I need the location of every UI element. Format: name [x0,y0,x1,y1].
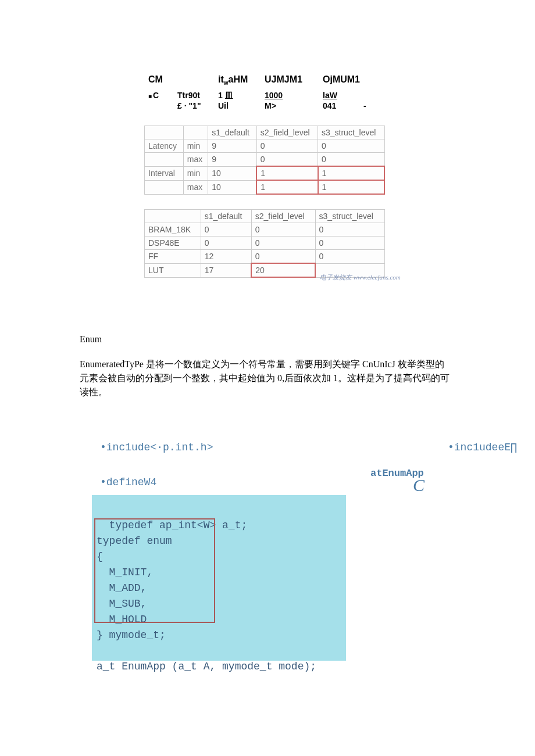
cell-sub: min [183,139,208,153]
cell-highlight: 1 [318,180,385,194]
cell: 0 [315,237,384,250]
cell: 9 [208,139,257,153]
hdr-itw-sub: w [224,80,229,86]
cell-highlight: 1 [256,180,318,194]
table-row: Latency min 9 0 0 [145,139,385,153]
hdr-itw-text: it [218,74,224,84]
table-row: max 10 1 1 [145,180,385,194]
hdr-1m: 1 皿 [218,91,265,101]
code-block: typedef ap_int<W> a_t; typedef enum { M_… [92,495,346,661]
cell: 10 [208,166,257,180]
hdr-law: laW [323,91,337,101]
resource-table: s1_default s2_field_level s3_struct_leve… [144,209,385,278]
hdr-cm: CM [148,74,218,86]
code-block-text: typedef ap_int<W> a_t; typedef enum { M_… [97,519,316,672]
header-row-3: £ · "1" Uil M> 041 - [148,101,393,110]
col-empty [145,210,201,223]
enum-paragraph: EnumeratedTyPe 是将一个数值定义为一个符号常量，需要用到关键字 C… [80,357,452,399]
table-row: DSP48E 0 0 0 [145,237,385,250]
cell: 10 [208,180,257,194]
table-row: BRAM_18K 0 0 0 [145,223,385,237]
cell: 0 [251,237,315,250]
cell-sub: max [183,180,208,194]
cell: 17 [201,263,251,277]
cell: 0 [201,237,251,250]
cell: 0 [318,139,385,153]
hdr-oj: OjMUM1 [323,74,360,86]
table-row: s1_default s2_field_level s3_struct_leve… [145,126,385,139]
cell: 0 [256,153,318,167]
latency-interval-table: s1_default s2_field_level s3_struct_leve… [144,126,385,195]
cell-highlight: 20 [251,263,315,277]
cell-label: LUT [145,263,201,277]
cell: 0 [251,223,315,237]
table-row: Interval min 10 1 1 [145,166,385,180]
hdr-1000: 1000 [265,91,323,101]
cell-sub: min [183,166,208,180]
cell: 0 [318,153,385,167]
col-s2: s2_field_level [251,210,315,223]
hdr-ttr: Ttr90t [177,91,218,101]
code-big-c: C [413,475,425,495]
cell-label: FF [145,250,201,264]
hdr-dash: - [363,101,366,110]
col-s2: s2_field_level [256,126,318,139]
hdr-itw: itwaHM [218,74,265,86]
cell: 0 [315,250,384,264]
table-row: s1_default s2_field_level s3_struct_leve… [145,210,385,223]
table-row: FF 12 0 0 [145,250,385,264]
cell: 0 [201,223,251,237]
col-s1: s1_default [208,126,257,139]
code-define: •defineW4 [100,476,156,488]
cell-label: Interval [145,166,184,180]
cell: 12 [201,250,251,264]
header-block: CM itwaHM UJMJM1 OjMUM1 C Ttr90t 1 皿 100… [148,74,393,110]
cell-label [145,153,184,167]
code-include-2: •inc1udeeE∏ [448,442,517,453]
cell: 0 [315,223,384,237]
hdr-e1: £ · "1" [177,101,218,110]
cell-highlight: 1 [318,166,385,180]
col-s3: s3_struct_level [318,126,385,139]
hdr-041: 041 [323,101,363,110]
col-empty2 [183,126,208,139]
hdr-itw-rest: aHM [229,74,248,84]
table-row: max 9 0 0 [145,153,385,167]
cell: 9 [208,153,257,167]
hdr-c: C [148,91,177,101]
cell-label: Latency [145,139,184,153]
cell-sub: max [183,153,208,167]
cell-label [145,180,184,194]
hdr-uj: UJMJM1 [265,74,323,86]
cell-highlight: 1 [256,166,318,180]
hdr-uil: Uil [218,101,265,110]
header-row-1: CM itwaHM UJMJM1 OjMUM1 [148,74,393,86]
cell-label: BRAM_18K [145,223,201,237]
col-empty [145,126,184,139]
cell: 0 [256,139,318,153]
header-row-2: C Ttr90t 1 皿 1000 laW [148,91,393,101]
col-s3: s3_struct_level [315,210,384,223]
cell: 0 [251,250,315,264]
hdr-mgt: M> [265,101,323,110]
watermark: 电子发烧友 www.elecfans.com [320,273,401,282]
enum-heading: Enum [80,334,102,345]
cell-label: DSP48E [145,237,201,250]
code-include-1: •inc1ude<·p.int.h> [100,442,213,453]
col-s1: s1_default [201,210,251,223]
